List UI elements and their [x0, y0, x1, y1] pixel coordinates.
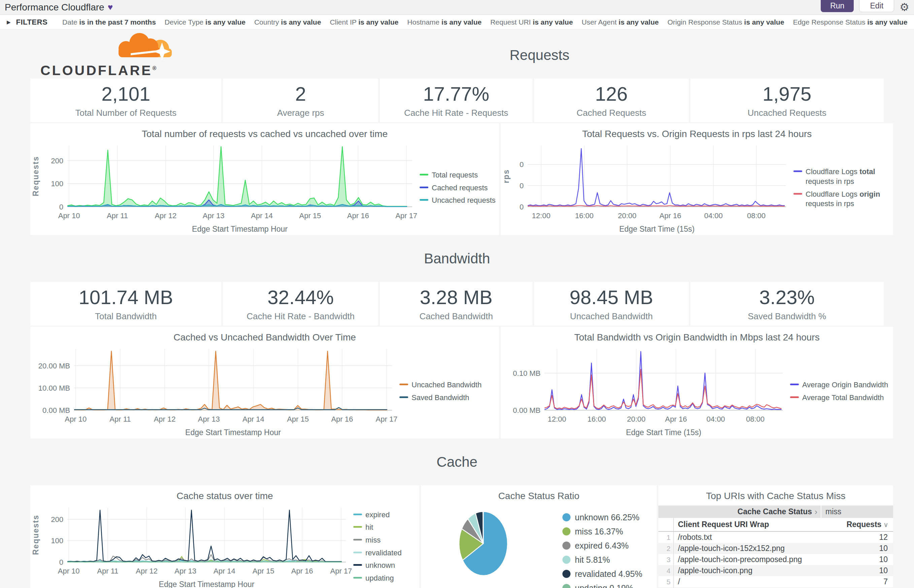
section-title-requests: Requests [510, 47, 569, 63]
requests-over-time-chart[interactable]: Apr 10Apr 11Apr 12Apr 13Apr 14Apr 15Apr … [30, 141, 499, 235]
legend-swatch [793, 170, 802, 172]
legend-swatch [353, 539, 362, 541]
section-row-cache: Cache [30, 438, 884, 485]
legend-item[interactable]: Average Origin Bandwidth [790, 380, 891, 390]
chart-title: Total Requests vs. Origin Requests in rp… [501, 123, 893, 141]
pie-legend: unknown 66.25%miss 16.37%expired 6.43%hi… [562, 503, 657, 588]
legend-item[interactable]: Cloudflare Logs origin requests in rps [793, 190, 891, 209]
header-actions: Run Edit ⚙ [821, 0, 909, 13]
filter-chip[interactable]: Country is any value [254, 18, 321, 26]
legend-item[interactable]: expired [353, 510, 417, 520]
bandwidth-over-time-chart[interactable]: Apr 10Apr 11Apr 12Apr 13Apr 14Apr 15Apr … [30, 344, 499, 438]
legend-item[interactable]: Saved Bandwidth [399, 393, 497, 403]
filter-chip[interactable]: Client IP is any value [330, 18, 399, 26]
pie-legend-label: updating 0.19% [575, 583, 633, 588]
legend-item[interactable]: miss [353, 535, 417, 545]
filters-expand-icon[interactable]: ▶ [7, 19, 11, 25]
pie-legend-item[interactable]: hit 5.81% [562, 555, 657, 565]
legend-swatch [399, 396, 408, 398]
legend-item[interactable]: Cached requests [420, 183, 497, 193]
section-title-cache: Cache [436, 454, 477, 470]
pie-legend-label: miss 16.37% [575, 527, 623, 536]
legend-item[interactable]: Uncached Bandwidth [399, 380, 497, 390]
cache-status-over-time-chart[interactable]: Apr 10Apr 11Apr 12Apr 13Apr 14Apr 15Apr … [30, 503, 419, 588]
svg-text:Apr 16: Apr 16 [291, 567, 313, 575]
svg-text:0: 0 [59, 558, 63, 567]
legend-label: Uncached Bandwidth [412, 380, 481, 390]
requests-rps-chart[interactable]: 12:0016:0020:00Apr 1604:0008:00000rpsEdg… [501, 141, 893, 235]
gear-icon[interactable]: ⚙ [899, 1, 909, 13]
bandwidth-rps-chart[interactable]: 12:0016:0020:00Apr 1604:0008:000.00 MB0.… [501, 344, 893, 438]
pie-legend-item[interactable]: revalidated 4.95% [562, 569, 657, 579]
pivot-value: miss [821, 506, 893, 518]
svg-text:Apr 12: Apr 12 [136, 567, 158, 575]
filter-chip[interactable]: Hostname is any value [407, 18, 481, 26]
pie-legend-item[interactable]: miss 16.37% [562, 527, 657, 536]
filter-chip[interactable]: Origin Response Status is any value [667, 18, 784, 26]
cache-status-ratio-pie[interactable]: unknown 66.25%miss 16.37%expired 6.43%hi… [421, 503, 657, 588]
legend-item[interactable]: updating [353, 573, 417, 583]
legend-label: unknown [365, 561, 395, 570]
kpi-card: 101.74 MBTotal Bandwidth [30, 282, 221, 326]
uri-column-header[interactable]: Client Request URI Wrap [674, 520, 821, 529]
pie-legend-swatch [562, 513, 570, 521]
chart-legend: Average Origin BandwidthAverage Total Ba… [789, 344, 893, 438]
row-requests: 10 [821, 555, 893, 564]
filter-chip[interactable]: Device Type is any value [165, 18, 245, 26]
chart-legend: Uncached BandwidthSaved Bandwidth [398, 344, 499, 438]
legend-item[interactable]: hit [353, 523, 417, 532]
svg-text:Apr 16: Apr 16 [665, 415, 687, 423]
kpi-label: Cached Requests [576, 108, 646, 118]
legend-swatch [420, 174, 428, 176]
svg-text:04:00: 04:00 [704, 212, 723, 220]
pie-legend-item[interactable]: unknown 66.25% [562, 512, 657, 522]
svg-text:16:00: 16:00 [587, 415, 606, 423]
svg-text:200: 200 [51, 157, 63, 165]
legend-label: Cached requests [432, 183, 488, 193]
svg-text:Apr 13: Apr 13 [174, 567, 196, 575]
requests-column-header[interactable]: Requests∨ [821, 520, 893, 529]
filter-chip[interactable]: Edge Response Status is any value [793, 18, 908, 26]
filter-chip[interactable]: User Agent is any value [581, 18, 659, 26]
run-button[interactable]: Run [821, 0, 854, 12]
svg-text:Apr 10: Apr 10 [58, 212, 80, 220]
header-bar: Performance Cloudflare ♥ Run Edit ⚙ [0, 0, 914, 15]
requests-rps-card: Total Requests vs. Origin Requests in rp… [501, 123, 893, 235]
filter-field-label: Request URI [490, 18, 531, 26]
row-index: 5 [658, 576, 674, 587]
legend-item[interactable]: unknown [353, 561, 417, 570]
edit-button[interactable]: Edit [859, 0, 894, 12]
legend-item[interactable]: Uncached requests [420, 195, 497, 205]
table-header-row: Client Request URI Wrap Requests∨ [658, 518, 893, 532]
table-row[interactable]: 2/apple-touch-icon-152x152.png10 [658, 543, 893, 554]
legend-label: Total requests [432, 170, 478, 180]
table-row[interactable]: 5/7 [658, 576, 893, 587]
table-row[interactable]: 3/apple-touch-icon-precomposed.png10 [658, 554, 893, 565]
svg-text:Edge Start Timestamp Hour: Edge Start Timestamp Hour [185, 428, 281, 437]
pie-legend-item[interactable]: updating 0.19% [562, 583, 657, 588]
filter-chip[interactable]: Date is in the past 7 months [62, 18, 156, 26]
row-uri: / [674, 577, 821, 586]
table-row[interactable]: 1/robots.txt12 [658, 532, 893, 543]
svg-text:0: 0 [520, 160, 524, 169]
svg-text:Apr 15: Apr 15 [253, 567, 275, 575]
svg-text:10.00 MB: 10.00 MB [39, 384, 70, 393]
row-index: 1 [658, 532, 674, 543]
legend-item[interactable]: Total requests [420, 170, 497, 180]
svg-text:100: 100 [51, 179, 63, 188]
legend-item[interactable]: Average Total Bandwidth [790, 393, 891, 403]
legend-item[interactable]: Cloudflare Logs total requests in rps [793, 167, 891, 186]
heart-icon: ♥ [108, 2, 113, 13]
table-row[interactable]: 4/apple-touch-icon.png10 [658, 565, 893, 576]
legend-swatch [420, 187, 428, 188]
kpi-card: 98.45 MBUncached Bandwidth [534, 282, 688, 326]
section-title-bandwidth: Bandwidth [424, 250, 490, 267]
table-title: Top URIs with Cache Status Miss [658, 485, 893, 503]
filter-chip[interactable]: Request URI is any value [490, 18, 573, 26]
kpi-label: Saved Bandwidth % [748, 311, 826, 321]
legend-swatch [353, 526, 362, 528]
legend-item[interactable]: revalidated [353, 548, 417, 558]
pie-legend-item[interactable]: expired 6.43% [562, 541, 657, 551]
filter-field-label: User Agent [581, 18, 617, 26]
dashboard-page: Performance Cloudflare ♥ Run Edit ⚙ ▶ FI… [0, 0, 914, 588]
